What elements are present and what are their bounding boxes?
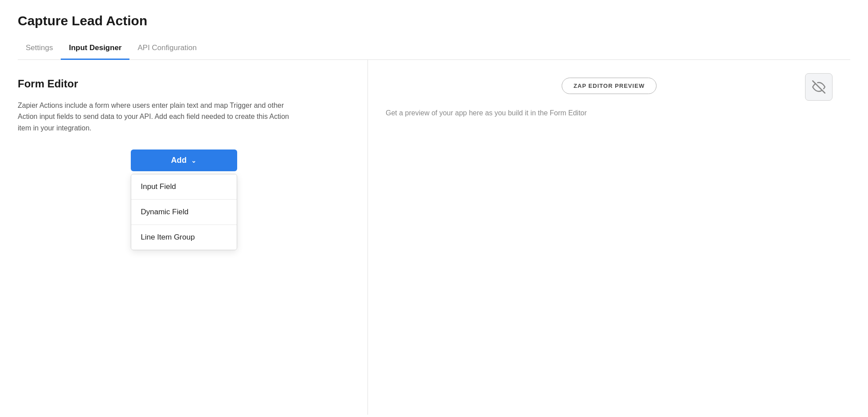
zap-editor-preview-button[interactable]: ZAP EDITOR PREVIEW xyxy=(562,78,657,94)
page-title: Capture Lead Action xyxy=(18,13,850,28)
chevron-down-icon: ⌄ xyxy=(191,157,196,164)
preview-desc: Get a preview of your app here as you bu… xyxy=(386,107,587,119)
add-button-label: Add xyxy=(171,156,187,165)
dropdown-item-line-item-group[interactable]: Line Item Group xyxy=(131,225,237,250)
dropdown-menu: Input Field Dynamic Field Line Item Grou… xyxy=(131,174,237,250)
dropdown-item-input-field[interactable]: Input Field xyxy=(131,174,237,200)
form-editor-title: Form Editor xyxy=(18,78,350,90)
left-panel: Form Editor Zapier Actions include a for… xyxy=(18,60,368,415)
tab-input-designer[interactable]: Input Designer xyxy=(61,39,129,60)
right-panel: ZAP EDITOR PREVIEW Get a preview of your… xyxy=(368,60,850,415)
main-content: Form Editor Zapier Actions include a for… xyxy=(18,60,850,415)
dropdown-item-dynamic-field[interactable]: Dynamic Field xyxy=(131,200,237,225)
right-panel-top: ZAP EDITOR PREVIEW xyxy=(386,78,833,103)
add-button[interactable]: Add ⌄ xyxy=(131,149,237,171)
eye-off-button[interactable] xyxy=(805,73,833,101)
tabs-bar: Settings Input Designer API Configuratio… xyxy=(18,39,850,60)
add-button-wrapper: Add ⌄ Input Field Dynamic Field Line Ite… xyxy=(18,149,350,250)
page-container: Capture Lead Action Settings Input Desig… xyxy=(0,0,868,417)
form-editor-desc: Zapier Actions include a form where user… xyxy=(18,100,301,134)
tab-api-configuration[interactable]: API Configuration xyxy=(129,39,204,60)
tab-settings[interactable]: Settings xyxy=(18,39,61,60)
eye-off-icon xyxy=(812,80,825,94)
